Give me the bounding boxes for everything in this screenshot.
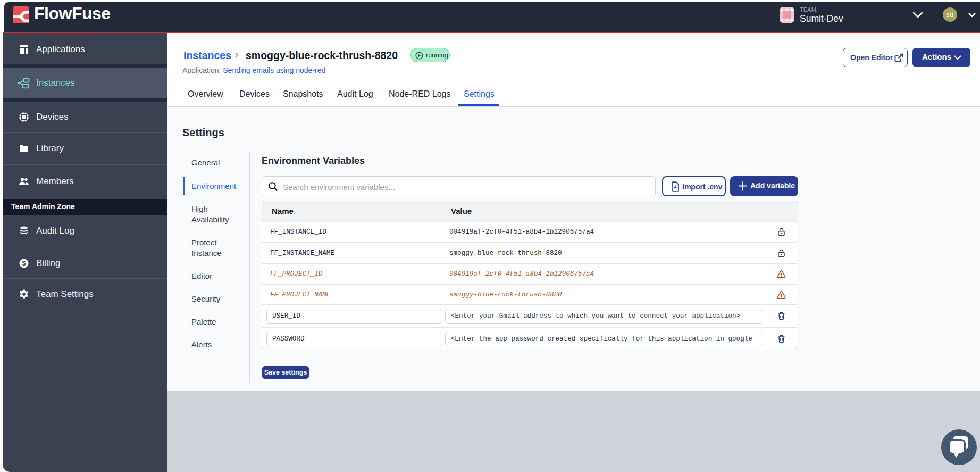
svg-text:$: $: [22, 260, 26, 267]
